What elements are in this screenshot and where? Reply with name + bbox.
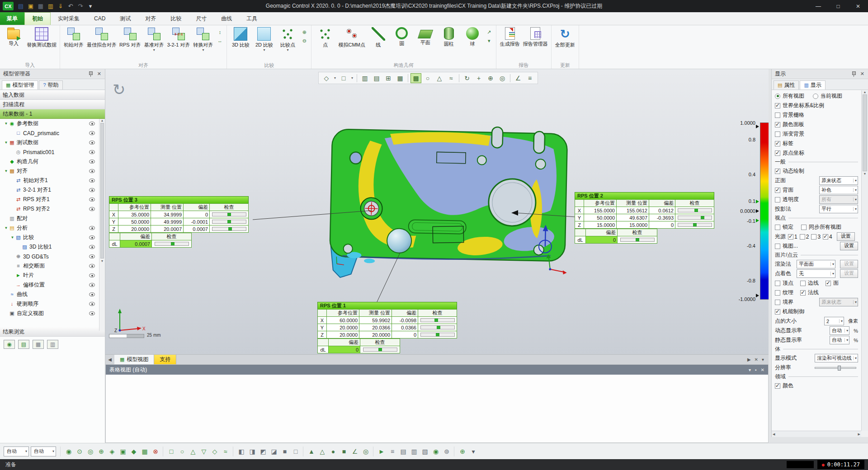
- pan-view-icon[interactable]: +: [473, 73, 484, 83]
- visibility-eye-icon[interactable]: [89, 235, 95, 240]
- light-2-check[interactable]: [800, 234, 805, 240]
- visibility-eye-icon[interactable]: [89, 169, 95, 173]
- zoom-view-icon[interactable]: ⊕: [485, 73, 496, 83]
- measure-angle-icon[interactable]: ∠: [350, 446, 360, 456]
- select-freeform-icon[interactable]: ≈: [446, 73, 457, 83]
- visibility-eye-icon[interactable]: [89, 207, 95, 211]
- rps-table-1[interactable]: RPS 位置 1参考位置测量 位置偏差检查X60.000059.9902-0.0…: [317, 302, 457, 353]
- rotate-view-icon[interactable]: ↻: [462, 73, 472, 83]
- tab-align[interactable]: 对齐: [138, 12, 163, 25]
- cross-sections[interactable]: ≡相交断面: [0, 261, 105, 271]
- cube-view-icon[interactable]: □: [338, 73, 349, 83]
- display-mode-select[interactable]: 渲染和可视边线▾: [815, 354, 858, 362]
- rps-table-2[interactable]: RPS 位置 2参考位置测量 位置偏差检查X155.0000155.06120.…: [575, 192, 714, 244]
- initial-alignment-1[interactable]: ⇄初始对齐1: [0, 176, 105, 185]
- add-snapshot-icon[interactable]: ◉: [4, 340, 15, 349]
- tree-scrollbar[interactable]: ▲▼: [99, 119, 105, 331]
- region-color-check[interactable]: [775, 383, 780, 389]
- point-color-select[interactable]: 无▾: [797, 269, 835, 278]
- close-button[interactable]: ✕: [848, 0, 868, 12]
- color-panel-check[interactable]: [775, 122, 780, 127]
- save-all-icon[interactable]: ▥: [46, 0, 55, 12]
- customize-toolbar-icon[interactable]: ▾: [86, 0, 95, 12]
- align-move-icon[interactable]: ↕: [216, 28, 224, 36]
- create-cylinder-button[interactable]: 圆柱: [437, 26, 461, 47]
- collapse-panel-icon[interactable]: ▾: [749, 367, 751, 372]
- create-plane-button[interactable]: 平面: [414, 26, 437, 46]
- texture-check[interactable]: [775, 290, 780, 296]
- select-region-icon[interactable]: ◈: [107, 446, 117, 456]
- lock-viewpoint-check[interactable]: [775, 225, 780, 230]
- vertex-check[interactable]: [775, 281, 780, 286]
- tab-properties[interactable]: ▤属性: [774, 80, 799, 89]
- current-view-radio[interactable]: [813, 94, 818, 99]
- visibility-eye-icon[interactable]: [89, 311, 95, 315]
- snap-mode-select[interactable]: 自动▾: [31, 446, 56, 456]
- deviation-colorbar[interactable]: [760, 122, 769, 300]
- section-result-browse[interactable]: 结果浏览: [0, 327, 105, 337]
- background-grid-check[interactable]: [775, 113, 780, 118]
- compare-3d-button[interactable]: 3D 比较: [229, 26, 252, 48]
- hscroll-left-icon[interactable]: ◀: [773, 432, 775, 436]
- visibility-eye-icon[interactable]: [89, 188, 95, 192]
- snapshot-delete-icon[interactable]: ▥: [47, 340, 58, 349]
- tab-model-manager[interactable]: ▦模型管理: [2, 80, 38, 89]
- rps-alignment-2[interactable]: ⇄RPS 对齐2✕: [0, 204, 105, 214]
- light-4-check[interactable]: [823, 234, 828, 240]
- test-data[interactable]: ▼▦测试数据: [0, 138, 105, 147]
- measure-icon[interactable]: ∠: [513, 73, 524, 83]
- geometry-more-icon[interactable]: ▾: [485, 37, 493, 44]
- visibility-eye-icon[interactable]: [89, 141, 95, 145]
- tree-scrollbar-thumb[interactable]: [100, 123, 104, 258]
- save-icon[interactable]: ▦: [36, 0, 45, 12]
- compare-2d-button[interactable]: 2D 比较▾: [252, 26, 276, 52]
- pin-icon[interactable]: [851, 71, 856, 77]
- create-sphere-button[interactable]: 球: [461, 26, 484, 47]
- view-options-icon[interactable]: ▾: [762, 357, 764, 362]
- create-line-button[interactable]: 线: [367, 26, 390, 48]
- play-macro-icon[interactable]: ►: [377, 446, 387, 456]
- part-deviation-model[interactable]: [326, 123, 574, 282]
- close-table-view-icon[interactable]: ✕: [761, 367, 764, 372]
- close-view-icon[interactable]: ✕: [755, 357, 758, 362]
- transparency-select[interactable]: 所有▾: [819, 195, 858, 204]
- visibility-eye-icon[interactable]: [89, 150, 95, 154]
- origin-coordinate-check[interactable]: [775, 150, 780, 156]
- visibility-eye-icon[interactable]: [89, 283, 95, 287]
- visibility-eye-icon[interactable]: [89, 264, 95, 268]
- import-button[interactable]: 导入: [2, 26, 25, 47]
- view-bottom-icon[interactable]: ◪: [269, 446, 279, 456]
- menu-button[interactable]: 菜单: [0, 12, 24, 25]
- deselect-all-icon[interactable]: ⊗: [151, 446, 160, 456]
- view-back-icon[interactable]: □: [291, 446, 301, 456]
- vscrollbar-thumb[interactable]: [863, 94, 867, 171]
- analysis[interactable]: ▼▤分析: [0, 223, 105, 233]
- select-group-icon[interactable]: ▣: [118, 446, 128, 456]
- pick-circle-icon[interactable]: ○: [177, 446, 187, 456]
- face-check[interactable]: [826, 281, 831, 286]
- boundary-check[interactable]: [775, 300, 780, 305]
- compare-remove-icon[interactable]: ⊖: [300, 37, 308, 44]
- tool-settings-icon[interactable]: ⊚: [442, 446, 452, 456]
- pick-paint-icon[interactable]: ◇: [210, 446, 220, 456]
- reference-data[interactable]: ▼◉参考数据: [0, 119, 105, 128]
- static-display-rate-select[interactable]: 自动▾: [830, 336, 849, 344]
- pin-icon[interactable]: [88, 71, 93, 77]
- next-view-icon[interactable]: ▶: [747, 357, 751, 362]
- select-rectangle-icon[interactable]: ▩: [410, 73, 421, 83]
- pick-freeform-icon[interactable]: ≈: [221, 446, 231, 456]
- pick-rectangle-icon[interactable]: □: [166, 446, 176, 456]
- render-method-select[interactable]: 平面面▾: [797, 260, 835, 268]
- prismatic001[interactable]: ◎Prismatic001: [0, 147, 105, 157]
- select-mesh-icon[interactable]: ▦: [140, 446, 150, 456]
- airfoil[interactable]: ►叶片: [0, 271, 105, 280]
- visibility-eye-icon[interactable]: [89, 179, 95, 183]
- datum-alignment-button[interactable]: 基准对齐▾: [142, 26, 166, 52]
- visibility-eye-icon[interactable]: [89, 160, 95, 164]
- tab-live-capture[interactable]: 实时采集: [51, 12, 87, 25]
- point-size-select[interactable]: 2▾: [824, 317, 844, 325]
- mirror-view-icon[interactable]: ▤: [371, 73, 382, 83]
- rps-alignment-1[interactable]: ⇄RPS 对齐1: [0, 195, 105, 204]
- compare-add-icon[interactable]: ⊕: [300, 28, 308, 36]
- alignment-group[interactable]: ▼▩对齐: [0, 166, 105, 176]
